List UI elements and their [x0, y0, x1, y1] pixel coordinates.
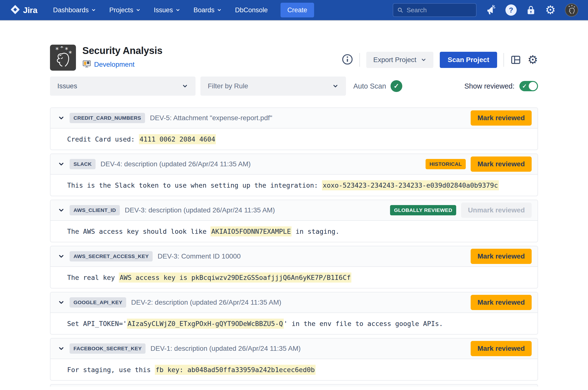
- nav-menu: Dashboards Projects Issues Boards DbCons…: [53, 6, 268, 14]
- finding-title: DEV-2: description (updated 26/Apr/24 11…: [131, 298, 281, 306]
- svg-text:*: *: [55, 46, 59, 53]
- check-icon: ✓: [522, 83, 527, 90]
- finding-header: AWS_CLIENT_ID DEV-3: description (update…: [50, 200, 538, 221]
- export-project-button[interactable]: Export Project: [366, 52, 433, 68]
- chevron-down-icon: [136, 8, 141, 12]
- chevron-down-icon: [217, 8, 222, 12]
- status-badge: GLOBALLY REVIEWED: [390, 205, 456, 215]
- finding-header: FACEBOOK_SECRET_KEY DEV-1: description (…: [50, 339, 538, 359]
- finding-title: DEV-5: Attachment "expense-report.pdf": [150, 114, 272, 122]
- jira-logo[interactable]: Jira: [10, 4, 38, 16]
- chevron-down-icon: [58, 345, 65, 352]
- info-icon[interactable]: [342, 54, 353, 66]
- finding-text-prefix: Set API_TOKEN=': [67, 320, 127, 328]
- chevron-down-icon: [421, 57, 427, 63]
- page-header: * * * * Security Analysis: [50, 45, 538, 71]
- main-content: * * * * Security Analysis: [50, 45, 538, 387]
- chevron-down-icon: [58, 253, 65, 260]
- svg-text:*: *: [65, 46, 68, 53]
- project-link[interactable]: Development: [94, 61, 134, 68]
- rule-badge: GOOGLE_API_KEY: [70, 297, 126, 308]
- page-title: Security Analysis: [82, 45, 162, 56]
- nav-item-dbconsole[interactable]: DbConsole: [235, 6, 268, 14]
- layout-panel-button[interactable]: [510, 54, 521, 65]
- finding-card: FACEBOOK_SECRET_KEY DEV-1: description (…: [50, 338, 538, 381]
- collapse-chevron-button[interactable]: [58, 161, 65, 168]
- nav-item-boards[interactable]: Boards: [194, 6, 222, 14]
- divider: [359, 53, 360, 67]
- review-action-button[interactable]: Mark reviewed: [471, 249, 532, 264]
- nav-item-projects[interactable]: Projects: [109, 6, 141, 14]
- secret-highlight: fb key: ab048ad50ffa33959a242b1ecec6ed0b: [155, 365, 315, 375]
- project-avatar: * * * *: [50, 45, 76, 71]
- nav-item-issues[interactable]: Issues: [154, 6, 180, 14]
- jira-mark-icon: [10, 4, 21, 16]
- finding-header: GOOGLE_API_KEY DEV-2: description (updat…: [50, 292, 538, 313]
- chevron-down-icon: [58, 299, 65, 306]
- search-icon: [397, 7, 403, 13]
- review-action-button[interactable]: Mark reviewed: [471, 156, 532, 172]
- scan-project-button[interactable]: Scan Project: [440, 52, 497, 68]
- title-block: Security Analysis Development: [82, 45, 162, 71]
- collapse-chevron-button[interactable]: [58, 207, 65, 214]
- finding-card: CREDIT_CARD_NUMBERS DEV-5: Attachment "e…: [50, 107, 538, 150]
- nav-item-dashboards[interactable]: Dashboards: [53, 6, 96, 14]
- nav-icons: ? ⚙ * * *: [486, 3, 578, 17]
- finding-text-suffix: ' in the env file to access google APIs.: [284, 320, 443, 328]
- review-action-button[interactable]: Mark reviewed: [471, 295, 532, 310]
- finding-body: The real key AWS access key is pkBcqiwzv…: [50, 267, 538, 288]
- status-badge: HISTORICAL: [426, 159, 466, 169]
- secret-highlight: xoxo-523423-234243-234233-e039d02840a0b9…: [322, 180, 499, 190]
- secret-highlight: AIzaSyCLWjZ0_ETxgPOxH-gQYT9ODeWcBBZU5-Q: [127, 319, 284, 329]
- finding-card-partial: [50, 384, 538, 387]
- finding-text-prefix: For staging, use this: [67, 366, 155, 374]
- finding-text-prefix: The AWS access key should look like: [67, 228, 210, 235]
- review-action-button[interactable]: Mark reviewed: [471, 341, 532, 356]
- chevron-down-icon: [58, 115, 65, 121]
- filter-row: Issues Filter by Rule Auto Scan ✓ Show r…: [50, 77, 538, 96]
- check-circle-icon: ✓: [391, 80, 402, 92]
- chevron-down-icon: [91, 8, 96, 12]
- filter-by-rule-select[interactable]: Filter by Rule: [200, 77, 346, 96]
- header-actions: Export Project Scan Project ⚙: [342, 49, 538, 71]
- auto-scan-status: Auto Scan ✓: [353, 80, 402, 92]
- page-settings-button[interactable]: ⚙: [527, 54, 538, 66]
- collapse-chevron-button[interactable]: [58, 115, 65, 121]
- divider: [504, 53, 504, 67]
- search-box[interactable]: [393, 3, 476, 17]
- finding-card: SLACK DEV-4: description (updated 26/Apr…: [50, 153, 538, 196]
- rule-badge: AWS_CLIENT_ID: [70, 205, 120, 215]
- finding-text-prefix: Credit Card used:: [67, 135, 139, 143]
- rule-badge: FACEBOOK_SECRET_KEY: [70, 343, 146, 354]
- megaphone-icon[interactable]: [486, 5, 496, 15]
- issues-select[interactable]: Issues: [50, 77, 196, 96]
- finding-card: GOOGLE_API_KEY DEV-2: description (updat…: [50, 292, 538, 335]
- secret-highlight: AWS access key is pkBcqiwzv29DEzGSSoafjj…: [119, 273, 351, 283]
- finding-body: Credit Card used: 4111 0062 2084 4604: [50, 129, 538, 150]
- finding-body: For staging, use this fb key: ab048ad50f…: [50, 359, 538, 380]
- collapse-chevron-button[interactable]: [58, 299, 65, 306]
- secret-highlight: 4111 0062 2084 4604: [139, 134, 216, 144]
- collapse-chevron-button[interactable]: [58, 345, 65, 352]
- project-row: Development: [82, 60, 162, 69]
- create-button[interactable]: Create: [280, 3, 314, 17]
- lock-icon[interactable]: [526, 5, 536, 15]
- layout-panel-icon: [510, 54, 521, 65]
- help-icon[interactable]: ?: [506, 4, 517, 16]
- finding-text-prefix: The real key: [67, 274, 119, 281]
- chevron-down-icon: [58, 161, 65, 168]
- brand-name: Jira: [23, 5, 38, 15]
- gear-icon: ⚙: [527, 54, 538, 66]
- user-avatar[interactable]: * * *: [565, 3, 578, 17]
- search-input[interactable]: [406, 6, 472, 14]
- settings-gear-icon[interactable]: ⚙: [545, 4, 556, 16]
- rule-badge: SLACK: [70, 159, 96, 169]
- finding-body: This is the Slack token to use when sett…: [50, 175, 538, 196]
- finding-title: DEV-3: Comment ID 10000: [157, 252, 240, 260]
- finding-card: AWS_SECRET_ACCESS_KEY DEV-3: Comment ID …: [50, 246, 538, 289]
- chevron-down-icon: [182, 83, 188, 89]
- show-reviewed-toggle[interactable]: ✓: [519, 81, 538, 91]
- review-action-button[interactable]: Mark reviewed: [471, 110, 532, 126]
- finding-title: DEV-1: description (updated 26/Apr/24 11…: [151, 345, 301, 352]
- collapse-chevron-button[interactable]: [58, 253, 65, 260]
